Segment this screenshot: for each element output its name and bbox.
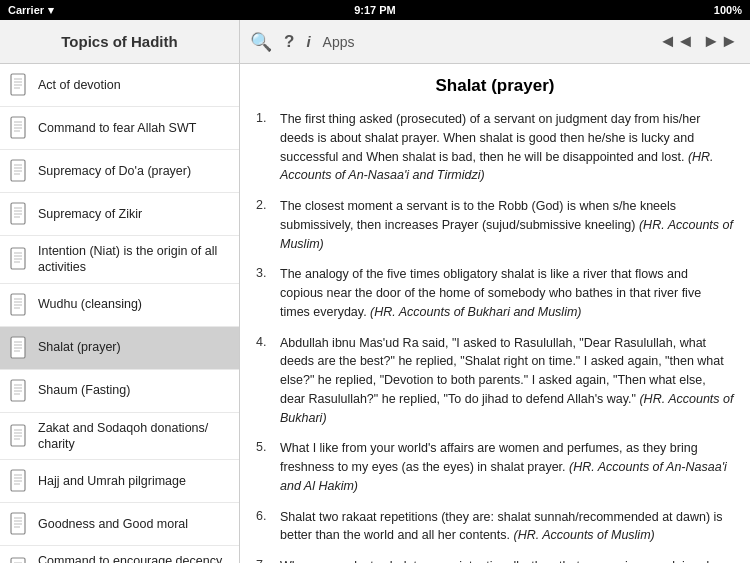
hadith-number-2: 2. bbox=[256, 197, 280, 212]
main-layout: Act of devotion Command to fear Allah SW… bbox=[0, 64, 750, 563]
sidebar-item-5[interactable]: Intention (Niat) is the origin of all ac… bbox=[0, 236, 239, 284]
question-icon[interactable]: ? bbox=[284, 32, 294, 52]
sidebar-item-3[interactable]: Supremacy of Do'a (prayer) bbox=[0, 150, 239, 193]
sidebar-item-6[interactable]: Wudhu (cleansing) bbox=[0, 284, 239, 327]
sidebar-item-label-3: Supremacy of Do'a (prayer) bbox=[38, 163, 191, 179]
sidebar-item-icon-1 bbox=[8, 71, 30, 99]
sidebar-item-icon-9 bbox=[8, 422, 30, 450]
hadith-item-5: 5.What I like from your world's affairs … bbox=[256, 439, 734, 495]
hadith-text-2: The closest moment a servant is to the R… bbox=[280, 197, 734, 253]
sidebar-item-icon-3 bbox=[8, 157, 30, 185]
wifi-icon: ▾ bbox=[48, 4, 54, 17]
hadith-text-6: Shalat two rakaat repetitions (they are:… bbox=[280, 508, 734, 546]
sidebar-item-label-8: Shaum (Fasting) bbox=[38, 382, 130, 398]
apps-button[interactable]: Apps bbox=[323, 34, 355, 50]
toolbar-title: Topics of Hadith bbox=[0, 20, 240, 63]
sidebar-item-label-11: Goodness and Good moral bbox=[38, 516, 188, 532]
sidebar-item-label-5: Intention (Niat) is the origin of all ac… bbox=[38, 243, 231, 276]
hadith-number-3: 3. bbox=[256, 265, 280, 280]
hadith-text-7: Whoever neglects shalat prayer intention… bbox=[280, 557, 734, 563]
hadith-item-2: 2.The closest moment a servant is to the… bbox=[256, 197, 734, 253]
carrier-label: Carrier bbox=[8, 4, 44, 16]
hadith-number-6: 6. bbox=[256, 508, 280, 523]
toolbar-actions: 🔍 ? i Apps ◄◄ ►► bbox=[240, 20, 750, 63]
sidebar-item-icon-10 bbox=[8, 467, 30, 495]
sidebar: Act of devotion Command to fear Allah SW… bbox=[0, 64, 240, 563]
sidebar-item-8[interactable]: Shaum (Fasting) bbox=[0, 370, 239, 413]
hadith-text-4: Abdullah ibnu Mas'ud Ra said, "I asked t… bbox=[280, 334, 734, 428]
hadith-number-1: 1. bbox=[256, 110, 280, 125]
sidebar-item-2[interactable]: Command to fear Allah SWT bbox=[0, 107, 239, 150]
info-icon[interactable]: i bbox=[306, 33, 310, 50]
sidebar-item-label-12: Command to encourage decency and prevent… bbox=[38, 553, 231, 563]
sidebar-item-label-4: Supremacy of Zikir bbox=[38, 206, 142, 222]
content-area: Shalat (prayer) 1.The first thing asked … bbox=[240, 64, 750, 563]
sidebar-item-icon-2 bbox=[8, 114, 30, 142]
sidebar-item-11[interactable]: Goodness and Good moral bbox=[0, 503, 239, 546]
nav-buttons: ◄◄ ►► bbox=[657, 31, 740, 52]
hadith-number-7: 7. bbox=[256, 557, 280, 563]
sidebar-item-7[interactable]: Shalat (prayer) bbox=[0, 327, 239, 370]
sidebar-item-label-9: Zakat and Sodaqoh donations/ charity bbox=[38, 420, 231, 453]
hadith-list: 1.The first thing asked (prosecuted) of … bbox=[256, 110, 734, 563]
sidebar-item-label-1: Act of devotion bbox=[38, 77, 121, 93]
sidebar-item-label-2: Command to fear Allah SWT bbox=[38, 120, 196, 136]
sidebar-item-icon-5 bbox=[8, 245, 30, 273]
hadith-text-5: What I like from your world's affairs ar… bbox=[280, 439, 734, 495]
hadith-text-1: The first thing asked (prosecuted) of a … bbox=[280, 110, 734, 185]
sidebar-item-10[interactable]: Hajj and Umrah pilgrimage bbox=[0, 460, 239, 503]
hadith-item-1: 1.The first thing asked (prosecuted) of … bbox=[256, 110, 734, 185]
sidebar-item-icon-6 bbox=[8, 291, 30, 319]
prev-button[interactable]: ◄◄ bbox=[657, 31, 697, 52]
sidebar-item-4[interactable]: Supremacy of Zikir bbox=[0, 193, 239, 236]
next-button[interactable]: ►► bbox=[700, 31, 740, 52]
hadith-item-4: 4.Abdullah ibnu Mas'ud Ra said, "I asked… bbox=[256, 334, 734, 428]
search-icon[interactable]: 🔍 bbox=[250, 31, 272, 53]
hadith-text-3: The analogy of the five times obligatory… bbox=[280, 265, 734, 321]
sidebar-item-icon-12 bbox=[8, 555, 30, 563]
hadith-item-6: 6.Shalat two rakaat repetitions (they ar… bbox=[256, 508, 734, 546]
sidebar-item-12[interactable]: Command to encourage decency and prevent… bbox=[0, 546, 239, 563]
sidebar-item-icon-11 bbox=[8, 510, 30, 538]
svg-rect-55 bbox=[11, 558, 25, 563]
content-title: Shalat (prayer) bbox=[256, 76, 734, 96]
hadith-item-3: 3.The analogy of the five times obligato… bbox=[256, 265, 734, 321]
hadith-number-4: 4. bbox=[256, 334, 280, 349]
hadith-number-5: 5. bbox=[256, 439, 280, 454]
status-bar: Carrier ▾ 9:17 PM 100% bbox=[0, 0, 750, 20]
sidebar-item-label-6: Wudhu (cleansing) bbox=[38, 296, 142, 312]
sidebar-item-9[interactable]: Zakat and Sodaqoh donations/ charity bbox=[0, 413, 239, 461]
sidebar-item-icon-8 bbox=[8, 377, 30, 405]
sidebar-item-label-10: Hajj and Umrah pilgrimage bbox=[38, 473, 186, 489]
battery-label: 100% bbox=[714, 4, 742, 16]
time-label: 9:17 PM bbox=[354, 4, 396, 16]
toolbar: Topics of Hadith 🔍 ? i Apps ◄◄ ►► bbox=[0, 20, 750, 64]
sidebar-item-icon-7 bbox=[8, 334, 30, 362]
sidebar-item-1[interactable]: Act of devotion bbox=[0, 64, 239, 107]
hadith-item-7: 7.Whoever neglects shalat prayer intenti… bbox=[256, 557, 734, 563]
sidebar-item-label-7: Shalat (prayer) bbox=[38, 339, 121, 355]
sidebar-item-icon-4 bbox=[8, 200, 30, 228]
